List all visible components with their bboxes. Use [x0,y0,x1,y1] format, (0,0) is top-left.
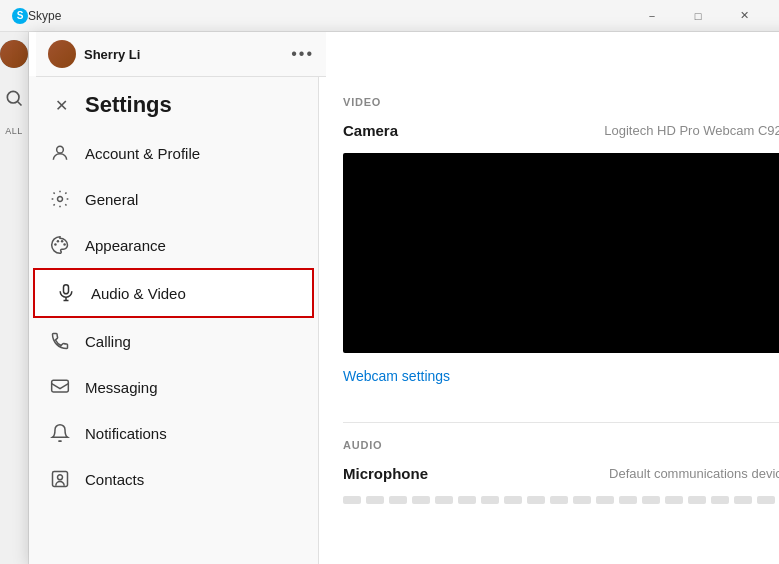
sidebar-item-account[interactable]: Account & Profile [29,130,318,176]
audio-section: AUDIO Microphone Default communications … [343,439,779,504]
settings-close-button[interactable]: ✕ [49,93,73,117]
meter-dot-9 [527,496,545,504]
meter-dot-13 [619,496,637,504]
appearance-label: Appearance [85,237,166,254]
meter-dot-19 [757,496,775,504]
meter-dot-11 [573,496,591,504]
notifications-label: Notifications [85,425,167,442]
svg-point-7 [63,243,66,246]
sidebar-item-messaging[interactable]: Messaging [29,364,318,410]
svg-rect-8 [64,285,69,294]
meter-dot-4 [412,496,430,504]
svg-point-13 [58,475,63,480]
svg-point-0 [7,91,19,103]
sidebar-item-audio-video[interactable]: Audio & Video [33,268,314,318]
window-controls: − □ ✕ [629,0,767,32]
svg-line-1 [18,102,22,106]
microphone-row: Microphone Default communications device… [343,465,779,482]
camera-preview [343,153,779,353]
svg-point-4 [54,243,57,246]
video-section-label: VIDEO [343,96,779,108]
title-bar: S Skype − □ ✕ [0,0,779,32]
left-panel: ALL [0,32,29,564]
minimize-button[interactable]: − [629,0,675,32]
sidebar-item-calling[interactable]: Calling [29,318,318,364]
meter-dot-3 [389,496,407,504]
app-title: Skype [28,9,629,23]
audio-meter-bar [343,496,779,504]
calling-label: Calling [85,333,131,350]
meter-dot-10 [550,496,568,504]
avatar-image [0,40,28,68]
meter-dot-16 [688,496,706,504]
settings-content: VIDEO Camera Logitech HD Pro Webcam C920… [319,76,779,564]
microphone-label: Microphone [343,465,428,482]
meter-dot-12 [596,496,614,504]
all-label: ALL [5,126,23,136]
meter-dot-17 [711,496,729,504]
svg-rect-12 [53,472,68,487]
meter-dot-8 [504,496,522,504]
settings-sidebar: ✕ Settings Account & Profile [29,76,319,564]
calling-icon [49,330,71,352]
video-section: VIDEO Camera Logitech HD Pro Webcam C920… [343,96,779,406]
meter-dot-6 [458,496,476,504]
settings-nav: Account & Profile General [29,130,318,502]
webcam-settings-link[interactable]: Webcam settings [343,368,450,384]
svg-rect-11 [52,380,69,392]
close-button[interactable]: ✕ [721,0,767,32]
audio-video-label: Audio & Video [91,285,186,302]
mic-icon [55,282,77,304]
sidebar-item-contacts[interactable]: Contacts [29,456,318,502]
sidebar-item-appearance[interactable]: Appearance [29,222,318,268]
settings-title: Settings [85,92,172,118]
camera-row: Camera Logitech HD Pro Webcam C920 ▾ [343,122,779,139]
user-name-label: Sherry Li [84,47,283,62]
avatar[interactable] [0,40,28,68]
sidebar-item-notifications[interactable]: Notifications [29,410,318,456]
app-icon: S [12,8,28,24]
camera-selector[interactable]: Logitech HD Pro Webcam C920 ▾ [604,123,779,138]
svg-point-3 [58,197,63,202]
microphone-selector[interactable]: Default communications device ▾ [609,466,779,481]
search-icon[interactable] [2,86,26,110]
contacts-icon [49,468,71,490]
svg-point-5 [57,240,60,243]
audio-section-label: AUDIO [343,439,779,451]
messaging-icon [49,376,71,398]
account-icon [49,142,71,164]
microphone-value: Default communications device [609,466,779,481]
camera-value: Logitech HD Pro Webcam C920 [604,123,779,138]
meter-dot-1 [343,496,361,504]
general-icon [49,188,71,210]
meter-dot-18 [734,496,752,504]
settings-header: ✕ Settings [29,76,318,126]
general-label: General [85,191,138,208]
meter-dot-14 [642,496,660,504]
contacts-label: Contacts [85,471,144,488]
appearance-icon [49,234,71,256]
meter-dot-2 [366,496,384,504]
user-avatar-small [48,40,76,68]
notifications-icon [49,422,71,444]
meter-dot-15 [665,496,683,504]
app-container: ALL Sherry Li ••• ✕ Settings [0,32,779,564]
camera-label: Camera [343,122,398,139]
more-options-button[interactable]: ••• [291,45,314,63]
messaging-label: Messaging [85,379,158,396]
account-label: Account & Profile [85,145,200,162]
svg-point-2 [57,146,64,153]
svg-point-6 [61,240,64,243]
meter-dot-7 [481,496,499,504]
video-audio-divider [343,422,779,423]
sidebar-item-general[interactable]: General [29,176,318,222]
meter-dot-5 [435,496,453,504]
settings-container: Sherry Li ••• ✕ Settings Account [29,32,779,564]
maximize-button[interactable]: □ [675,0,721,32]
